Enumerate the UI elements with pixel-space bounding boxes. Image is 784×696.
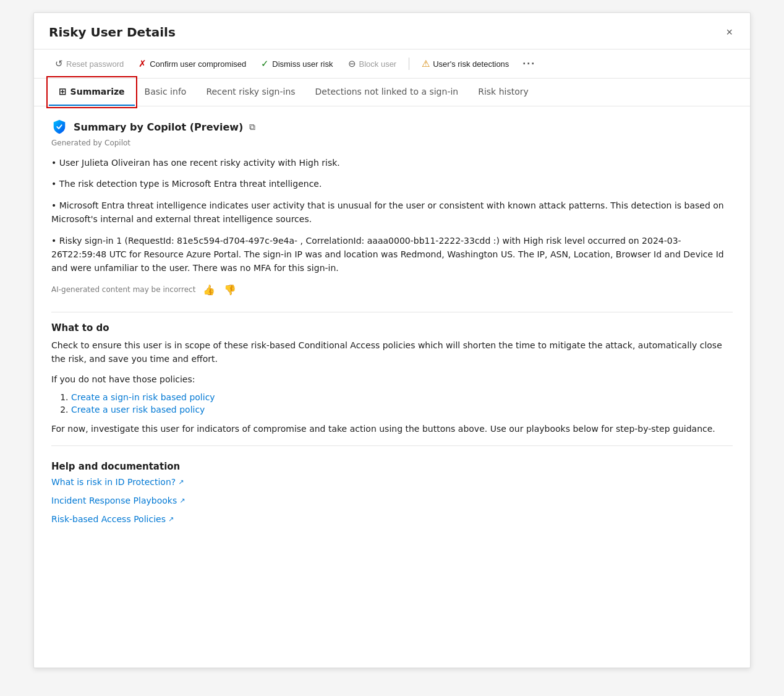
summary-title: Summary by Copilot (Preview)	[74, 121, 243, 133]
footer-text: For now, investigate this user for indic…	[51, 422, 733, 436]
user-risk-policy-link[interactable]: Create a user risk based policy	[71, 405, 205, 415]
external-link-icon-1: ↗	[178, 478, 184, 486]
if-no-policies-label: If you do not have those policies:	[51, 372, 733, 386]
panel-title: Risky User Details	[49, 25, 176, 40]
generated-label: Generated by Copilot	[51, 139, 733, 147]
policy-list: Create a sign-in risk based policy Creat…	[71, 392, 733, 415]
ai-footer: AI-generated content may be incorrect 👍 …	[51, 283, 733, 297]
help-divider	[51, 445, 733, 446]
summary-header: Summary by Copilot (Preview) ⧉	[51, 119, 733, 135]
summary-bullet-2: The risk detection type is Microsoft Ent…	[51, 177, 733, 191]
help-section: Help and documentation What is risk in I…	[51, 461, 733, 524]
ai-disclaimer: AI-generated content may be incorrect	[51, 285, 195, 294]
tab-detections[interactable]: Detections not linked to a sign-in	[305, 79, 469, 105]
summary-bullet-1: User Julieta Oliveiran has one recent ri…	[51, 156, 733, 170]
policy-list-item-2: Create a user risk based policy	[71, 405, 733, 415]
help-link-2[interactable]: Incident Response Playbooks ↗	[51, 496, 733, 505]
help-link-1[interactable]: What is risk in ID Protection? ↗	[51, 477, 733, 487]
tab-summarize[interactable]: ⊞ Summarize	[49, 79, 135, 106]
reset-password-button[interactable]: ↺ Reset password	[49, 54, 130, 73]
dismiss-risk-button[interactable]: ✓ Dismiss user risk	[255, 54, 339, 73]
summarize-icon: ⊞	[59, 86, 67, 97]
confirm-icon: ✗	[138, 58, 147, 69]
toolbar: ↺ Reset password ✗ Confirm user compromi…	[34, 49, 750, 79]
close-button[interactable]: ×	[723, 24, 735, 40]
risky-user-panel: Risky User Details × ↺ Reset password ✗ …	[33, 12, 751, 668]
confirm-compromised-button[interactable]: ✗ Confirm user compromised	[132, 54, 252, 73]
more-options-button[interactable]: ···	[518, 55, 540, 73]
copilot-icon	[51, 119, 67, 135]
dismiss-icon: ✓	[261, 58, 269, 69]
policy-list-item-1: Create a sign-in risk based policy	[71, 392, 733, 402]
summary-bullet-4: Risky sign-in 1 (RequestId: 81e5c594-d70…	[51, 234, 733, 275]
help-link-3[interactable]: Risk-based Access Policies ↗	[51, 514, 733, 524]
block-user-button[interactable]: ⊖ Block user	[342, 54, 403, 73]
thumbs-down-button[interactable]: 👎	[223, 283, 237, 297]
help-title: Help and documentation	[51, 461, 733, 472]
section-divider	[51, 312, 733, 312]
tab-recent-signins[interactable]: Recent risky sign-ins	[196, 79, 305, 105]
block-icon: ⊖	[348, 58, 356, 69]
content-area: Summary by Copilot (Preview) ⧉ Generated…	[34, 106, 750, 545]
toolbar-separator	[409, 58, 409, 70]
reset-icon: ↺	[55, 58, 63, 69]
warning-icon: ⚠	[422, 58, 430, 69]
tab-risk-history[interactable]: Risk history	[468, 79, 539, 105]
external-link-icon-3: ↗	[168, 515, 174, 523]
summary-bullet-3: Microsoft Entra threat intelligence indi…	[51, 199, 733, 226]
external-link-icon-2: ↗	[179, 497, 185, 505]
copy-icon[interactable]: ⧉	[249, 122, 255, 132]
what-to-do-description: Check to ensure this user is in scope of…	[51, 338, 733, 366]
tabs-bar: ⊞ Summarize Basic info Recent risky sign…	[34, 79, 750, 106]
what-to-do-title: What to do	[51, 322, 733, 333]
risk-detections-button[interactable]: ⚠ User's risk detections	[415, 54, 515, 73]
signin-risk-policy-link[interactable]: Create a sign-in risk based policy	[71, 392, 215, 402]
tab-basic-info[interactable]: Basic info	[135, 79, 197, 105]
thumbs-up-button[interactable]: 👍	[202, 283, 216, 297]
panel-header: Risky User Details ×	[34, 13, 750, 49]
